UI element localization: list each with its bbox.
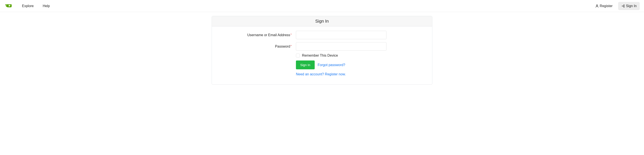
username-label-col: Username or Email Address* — [218, 33, 296, 37]
password-label-col: Password* — [218, 45, 296, 48]
password-input[interactable] — [296, 42, 386, 51]
svg-point-3 — [10, 6, 10, 6]
forgot-password-link[interactable]: Forgot password? — [318, 63, 345, 67]
password-label: Password — [275, 45, 290, 48]
top-navbar: Explore Help Register Sign In — [0, 0, 644, 12]
password-input-col — [296, 42, 386, 51]
svg-point-2 — [9, 5, 9, 5]
svg-point-0 — [6, 5, 6, 5]
register-row: Need an account? Register now. — [218, 72, 426, 76]
remember-row: Remember This Device — [218, 54, 426, 57]
remember-input-col: Remember This Device — [296, 54, 386, 57]
username-input[interactable] — [296, 31, 386, 39]
register-link-col: Need an account? Register now. — [296, 72, 386, 76]
remember-label[interactable]: Remember This Device — [302, 54, 338, 57]
required-marker: * — [290, 33, 292, 36]
username-input-col — [296, 31, 386, 39]
signin-panel: Sign In Username or Email Address* Passw… — [212, 16, 432, 85]
submit-row: Sign In Forgot password? — [218, 60, 426, 69]
username-row: Username or Email Address* — [218, 31, 426, 39]
nav-explore[interactable]: Explore — [18, 1, 38, 10]
register-label: Register — [600, 4, 613, 8]
gitea-logo-icon — [4, 3, 12, 8]
password-row: Password* — [218, 42, 426, 51]
nav-help[interactable]: Help — [38, 1, 54, 10]
required-marker: * — [290, 45, 292, 48]
remember-checkbox[interactable] — [296, 54, 300, 57]
navbar-right: Register Sign In — [592, 2, 640, 10]
main-container: Sign In Username or Email Address* Passw… — [212, 16, 432, 85]
panel-title: Sign In — [212, 16, 432, 26]
gitea-logo[interactable] — [4, 3, 12, 8]
username-label: Username or Email Address — [247, 33, 290, 37]
panel-body: Username or Email Address* Password* — [212, 26, 432, 84]
signin-label: Sign In — [626, 4, 637, 8]
svg-point-4 — [596, 5, 598, 6]
person-icon — [595, 4, 599, 8]
signin-icon — [621, 4, 625, 8]
signin-button[interactable]: Sign In — [296, 60, 315, 69]
signin-link[interactable]: Sign In — [618, 2, 640, 10]
action-col: Sign In Forgot password? — [296, 60, 386, 69]
register-link[interactable]: Register — [592, 2, 616, 10]
navbar-left: Explore Help — [4, 1, 54, 10]
register-now-link[interactable]: Need an account? Register now. — [296, 72, 346, 76]
